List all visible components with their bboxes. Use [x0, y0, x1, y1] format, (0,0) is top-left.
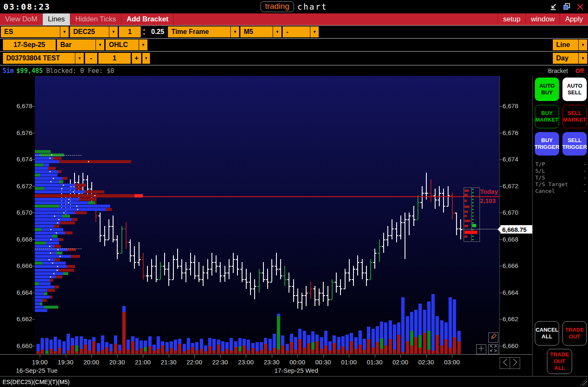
chevron-down-icon: ▼ [273, 26, 281, 37]
chart-style-select[interactable]: Bar ▼ [57, 39, 104, 50]
scroll-left-button[interactable] [500, 357, 510, 369]
profile-row [106, 208, 112, 211]
volume-bar [350, 333, 353, 341]
chart-plot[interactable] [35, 76, 499, 354]
close-tick [195, 275, 196, 276]
cancel-field[interactable]: Cancel- [535, 187, 586, 194]
price-label-left: 6,666 [2, 262, 32, 269]
profile-row [35, 275, 56, 278]
close-tick [130, 255, 132, 256]
volume-bar [135, 338, 139, 351]
open-tick [167, 269, 169, 270]
open-tick [232, 266, 233, 267]
volume-bar [311, 331, 315, 342]
ohlc-bar [276, 253, 277, 275]
open-tick [386, 239, 388, 240]
open-tick [356, 269, 358, 270]
open-tick [335, 282, 336, 283]
draw-tool-button[interactable] [488, 332, 498, 343]
close-tick [444, 206, 445, 207]
spinner-arrows-icon[interactable]: ▲▼ [141, 26, 147, 37]
volume-bar [333, 343, 336, 354]
timeframe-select[interactable]: Time Frame ▼ [168, 26, 239, 37]
volume-bar [423, 310, 426, 333]
profile-row [35, 235, 52, 238]
trade-out-all-button[interactable]: TRADE OUT ALL [547, 349, 572, 374]
menu-hidden-ticks[interactable]: Hidden Ticks [70, 13, 121, 25]
volume-bar [101, 335, 104, 350]
tp-field[interactable]: T/P- [535, 161, 586, 167]
volume-bar [320, 349, 323, 354]
volume-bar [144, 340, 147, 347]
sell-market-button[interactable]: SELL MARKET [562, 105, 587, 128]
menu-window[interactable]: window [526, 13, 560, 25]
volume-bar [152, 345, 156, 351]
bracket-state[interactable]: Off [575, 68, 584, 74]
profile-row [40, 174, 57, 177]
poc-dot [57, 266, 58, 267]
open-tick [275, 266, 276, 267]
volume-bar [449, 297, 452, 348]
buy-market-button[interactable]: BUY MARKET [535, 105, 559, 128]
auto-buy-button[interactable]: AUTO BUY [535, 78, 559, 101]
scroll-right-button[interactable] [510, 357, 520, 369]
poc-dot [57, 222, 58, 223]
volume-bar [341, 336, 345, 346]
volume-bar [298, 329, 302, 339]
cancel-all-button[interactable]: CANCEL ALL [535, 321, 559, 345]
volume-bar [401, 352, 405, 354]
menu-apply[interactable]: Apply [560, 13, 588, 25]
interval-select[interactable]: M5 ▼ [240, 26, 281, 37]
menu-view-dom[interactable]: View DoM [0, 13, 43, 25]
close-tick [366, 279, 368, 280]
close-icon[interactable] [576, 3, 584, 10]
menu-setup[interactable]: setup [498, 13, 526, 25]
chart-area[interactable]: Today 2,103 6,6786,6766,6746,6726,6706,6… [0, 76, 499, 354]
profile-row [62, 215, 70, 218]
day-select[interactable]: Day ▼ [553, 53, 587, 64]
menu-lines[interactable]: Lines [43, 13, 70, 25]
menu-add-bracket[interactable]: Add Bracket [121, 13, 174, 25]
line-select[interactable]: Line ▼ [553, 39, 587, 50]
ohlc-bar [431, 179, 431, 202]
volume-bar [161, 345, 164, 354]
ts-target-field[interactable]: T/S Target- [535, 181, 586, 187]
restore-icon[interactable] [563, 3, 570, 10]
ohlc-bar [233, 253, 234, 273]
crosshair-tool-button[interactable] [476, 344, 486, 354]
qty-dropdown[interactable]: ▼ [142, 53, 150, 64]
quantity-stepper[interactable]: 1 ▲▼ [119, 26, 147, 37]
qty-minus-button[interactable]: - [85, 53, 97, 64]
ohlc-select[interactable]: OHLC ▼ [106, 39, 147, 50]
sell-trigger-button[interactable]: SELL TRIGGER [562, 132, 587, 156]
order-qty-field[interactable]: 1 [98, 53, 131, 64]
account-select[interactable]: D03793804 TEST ▼ [3, 53, 84, 64]
volume-bar [80, 349, 83, 354]
buy-trigger-button[interactable]: BUY TRIGGER [535, 132, 559, 156]
price-label-left: 6,664 [2, 289, 32, 296]
ohlc-bar [418, 195, 418, 219]
trade-out-button[interactable]: TRADE OUT [562, 321, 587, 345]
close-tick [109, 226, 111, 227]
ohlc-bar [267, 269, 268, 289]
extra-select[interactable]: - ▼ [283, 26, 319, 37]
sl-field[interactable]: S/L- [535, 167, 586, 174]
date-button[interactable]: 17-Sep-25 [3, 39, 56, 50]
resize-grip[interactable] [579, 378, 587, 386]
contract-select[interactable]: DEC25 ▼ [70, 26, 118, 37]
symbol-select[interactable]: ES ▼ [1, 26, 69, 37]
volume-bar [290, 342, 293, 354]
close-tick [375, 253, 377, 254]
auto-sell-button[interactable]: AUTO SELL [562, 78, 587, 101]
open-tick [189, 269, 191, 270]
minimize-icon[interactable] [549, 3, 557, 10]
expand-tool-button[interactable] [488, 344, 498, 354]
ohlc-bar [383, 233, 384, 253]
qty-plus-button[interactable]: + [132, 53, 141, 64]
ts-field[interactable]: T/S- [535, 174, 586, 181]
close-tick [379, 246, 381, 247]
plus-icon [477, 345, 485, 354]
volume-bar [384, 345, 387, 354]
close-tick [358, 262, 359, 263]
ohlc-bar [422, 186, 423, 209]
